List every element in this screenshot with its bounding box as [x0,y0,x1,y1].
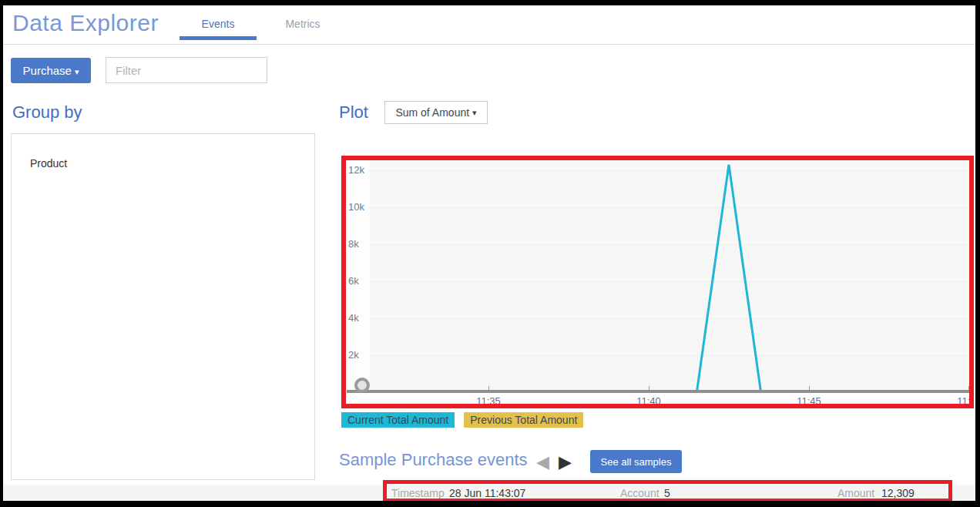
amount-value: 12,309 [881,485,915,501]
account-value: 5 [664,485,670,501]
event-type-label: Purchase [23,64,72,77]
event-type-dropdown-button[interactable]: Purchase▾ [11,58,91,83]
x-tick-mark [488,386,489,390]
plot-heading: Plot [339,102,368,123]
aggregation-dropdown[interactable]: Sum of Amount▾ [384,101,488,124]
next-arrow-icon: ▶ [559,452,572,472]
x-tick-label: 11:50 [946,395,969,408]
next-samples-button[interactable]: ▶ [559,452,572,473]
legend-item-previous-total-amount[interactable]: Previous Total Amount [464,412,583,428]
samples-heading: Sample Purchase events [339,450,528,470]
x-tick-mark [809,386,810,390]
x-tick-mark [649,386,649,390]
page-title: Data Explorer [12,10,159,36]
chart-pan-handle[interactable] [354,378,370,393]
aggregation-selected-value: Sum of Amount [395,106,469,119]
timestamp-value: 28 Jun 11:43:07 [449,485,525,501]
x-tick-label: 11:40 [626,395,672,408]
see-all-samples-button[interactable]: See all samples [590,450,682,473]
group-by-heading: Group by [12,102,82,123]
chart-legend: Current Total Amount Previous Total Amou… [341,412,583,428]
x-tick-label: 11:45 [786,395,832,408]
tab-events[interactable]: Events [180,18,257,36]
data-explorer-window: Data Explorer Events Metrics Purchase▾ G… [3,5,975,501]
account-label: Account [620,485,659,501]
x-axis-line [347,390,969,393]
tab-metrics[interactable]: Metrics [264,18,341,36]
previous-samples-button[interactable]: ◀ [536,452,549,473]
x-tick-label: 11:35 [465,395,512,408]
series-chart-svg [347,160,969,411]
plot-chart: 12k 10k 8k 6k 4k 2k 11:35 11:40 11:45 11… [347,160,969,411]
amount-label: Amount [837,485,874,501]
x-tick-mark [968,386,969,390]
header-divider [3,44,975,45]
caret-down-icon: ▾ [75,67,79,76]
filter-input[interactable] [106,57,267,83]
group-by-option-product[interactable]: Product [30,157,67,170]
timestamp-label: Timestamp [391,485,445,501]
previous-arrow-icon: ◀ [536,452,549,472]
group-by-listbox: Product [11,133,315,480]
series-line-current-total-amount [696,165,760,392]
sample-event-row[interactable]: Timestamp 28 Jun 11:43:07 Account 5 Amou… [3,485,975,501]
caret-down-icon: ▾ [472,108,477,118]
active-tab-underline [180,36,257,40]
legend-item-current-total-amount[interactable]: Current Total Amount [341,412,455,428]
